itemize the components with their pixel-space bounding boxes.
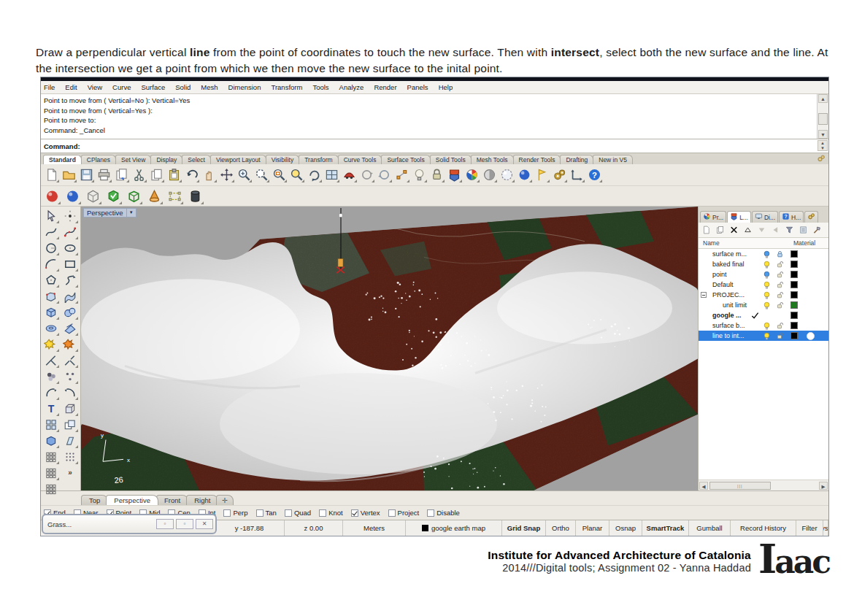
- palette-spheres-button[interactable]: [61, 304, 79, 320]
- expander-icon[interactable]: [701, 292, 707, 298]
- layer-lock-icon[interactable]: [776, 250, 784, 258]
- toolbar-tab-mesh-tools[interactable]: Mesh Tools: [471, 155, 514, 164]
- viewports-button[interactable]: [323, 166, 340, 183]
- checkbox-icon[interactable]: [285, 509, 292, 517]
- control-rect-button[interactable]: [166, 188, 184, 205]
- layer-color-swatch[interactable]: [790, 291, 798, 299]
- new-sublayer-button[interactable]: [714, 224, 726, 236]
- layer-material-icon[interactable]: [807, 332, 815, 340]
- layer-color-swatch[interactable]: [790, 261, 798, 268]
- toolbar-tab-transform[interactable]: Transform: [299, 155, 338, 164]
- sphere-render-button[interactable]: [516, 166, 533, 183]
- line-point-handle[interactable]: [339, 214, 343, 217]
- layer-visibility-bulb-icon[interactable]: [763, 291, 771, 299]
- wire-box-button[interactable]: [84, 188, 102, 205]
- page-copy-button[interactable]: [113, 166, 130, 183]
- menu-help[interactable]: Help: [439, 83, 453, 91]
- status-google-earth-map[interactable]: google earth map: [406, 520, 502, 536]
- layer-lock-icon[interactable]: [776, 332, 784, 340]
- osnap-knot[interactable]: Knot: [319, 509, 343, 517]
- osnap-perp[interactable]: Perp: [223, 509, 247, 517]
- new-viewport-tab-button[interactable]: ✛: [216, 495, 234, 505]
- menu-surface[interactable]: Surface: [141, 83, 165, 91]
- hscroll-left-icon[interactable]: ◀: [699, 482, 708, 490]
- osnap-tan[interactable]: Tan: [256, 509, 277, 517]
- zoom-dynamic-button[interactable]: [253, 166, 270, 183]
- palette-arc-dim2-button[interactable]: [61, 385, 79, 401]
- status-osnap[interactable]: Osnap: [609, 520, 642, 536]
- menu-dimension[interactable]: Dimension: [228, 83, 261, 91]
- layer-color-swatch[interactable]: [790, 250, 798, 258]
- layer-row-point[interactable]: point: [699, 269, 828, 280]
- hscroll-track[interactable]: |||: [708, 482, 819, 490]
- flag-button[interactable]: [534, 166, 550, 183]
- palette-group-button[interactable]: [42, 369, 60, 385]
- zoom-selected-button[interactable]: [288, 166, 305, 183]
- sphere-red-button[interactable]: [43, 188, 61, 205]
- status-record-history[interactable]: Record History: [731, 520, 796, 536]
- panel-hscrollbar[interactable]: ◀ ||| ▶: [699, 480, 828, 490]
- named-view-button[interactable]: [341, 166, 358, 183]
- options-button[interactable]: [551, 166, 568, 183]
- menu-edit[interactable]: Edit: [65, 83, 77, 91]
- layer-row-projec[interactable]: PROJEC...: [699, 290, 828, 300]
- layer-color-swatch[interactable]: [790, 281, 798, 288]
- command-spinner[interactable]: ▲▼: [818, 140, 828, 151]
- status-meters[interactable]: Meters: [343, 520, 406, 536]
- panel-tab-di[interactable]: Di...: [752, 211, 778, 223]
- left-button[interactable]: [769, 224, 782, 236]
- status-smarttrack[interactable]: SmartTrack: [642, 520, 689, 536]
- layer-lock-icon[interactable]: [776, 291, 784, 299]
- layer-row-line-to-int[interactable]: line to int...: [699, 331, 828, 341]
- menu-file[interactable]: File: [44, 83, 55, 91]
- viewport-tab-front[interactable]: Front: [156, 495, 188, 505]
- layer-row-unit-limit[interactable]: unit limit: [699, 300, 828, 310]
- palette-solid-box-button[interactable]: [42, 433, 60, 449]
- palette-control-curve-button[interactable]: [61, 224, 79, 240]
- hscroll-right-icon[interactable]: ▶: [819, 482, 828, 490]
- toolbar-tab-new-in-v5[interactable]: New in V5: [593, 155, 633, 164]
- palette-helix-button[interactable]: [61, 272, 79, 288]
- layer-visibility-bulb-icon[interactable]: [763, 332, 771, 340]
- layer-visibility-bulb-icon[interactable]: [763, 281, 771, 289]
- osnap-disable[interactable]: Disable: [427, 509, 460, 517]
- layer-visibility-bulb-icon[interactable]: [763, 271, 771, 279]
- toolbar-tab-solid-tools[interactable]: Solid Tools: [430, 155, 472, 164]
- layer-lock-icon[interactable]: [776, 261, 784, 269]
- panel-tab-l[interactable]: L...: [727, 211, 751, 223]
- palette-array-999-button[interactable]: [42, 449, 60, 465]
- layer-lock-icon[interactable]: [776, 281, 784, 289]
- palette-boolean-button[interactable]: [42, 336, 60, 353]
- help-button[interactable]: ?: [586, 166, 603, 183]
- toolbar-tab-select[interactable]: Select: [182, 155, 211, 164]
- palette-ellipse-button[interactable]: [61, 240, 79, 256]
- sphere-shaded-button[interactable]: [481, 166, 498, 183]
- palette-polygon-button[interactable]: [42, 272, 60, 288]
- paste-button[interactable]: [166, 166, 182, 183]
- rotate-view-button[interactable]: [306, 166, 323, 183]
- rotate-left-button[interactable]: [358, 166, 375, 183]
- layer-color-swatch[interactable]: [790, 312, 798, 319]
- tools-hammer-button[interactable]: [811, 224, 823, 236]
- checkbox-icon[interactable]: [351, 509, 358, 517]
- menu-tools[interactable]: Tools: [312, 83, 328, 91]
- osnap-project[interactable]: Project: [388, 509, 420, 517]
- sphere-blue-button[interactable]: [64, 188, 82, 205]
- restore-icon[interactable]: ▫: [176, 519, 193, 529]
- layer-color-swatch[interactable]: [790, 322, 798, 329]
- scroll-up-icon[interactable]: ▲: [818, 94, 828, 103]
- menu-render[interactable]: Render: [374, 83, 396, 91]
- pan-button[interactable]: [201, 166, 218, 183]
- panel-tab-gear[interactable]: [804, 211, 818, 223]
- palette-torus-button[interactable]: [42, 320, 60, 336]
- toolbar-tab-curve-tools[interactable]: Curve Tools: [338, 155, 382, 164]
- layer-row-google[interactable]: google ...: [699, 310, 828, 320]
- toolbar-tab-standard[interactable]: Standard: [43, 155, 82, 164]
- panel-tab-h[interactable]: ?H...: [779, 211, 804, 223]
- new-layer-button[interactable]: [700, 224, 712, 236]
- toolbar-tab-display[interactable]: Display: [150, 155, 182, 164]
- viewport-tab-top[interactable]: Top: [81, 495, 108, 505]
- osnap-vertex[interactable]: Vertex: [351, 509, 380, 517]
- layer-row-surface-m[interactable]: surface m...: [699, 249, 828, 259]
- layer-lock-icon[interactable]: [776, 301, 784, 309]
